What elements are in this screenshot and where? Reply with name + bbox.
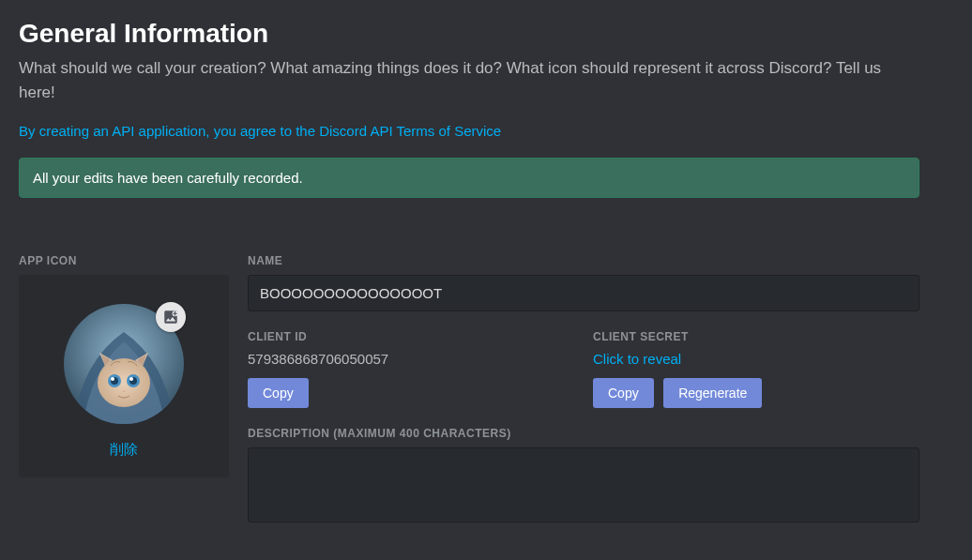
page-subtitle: What should we call your creation? What …	[19, 56, 882, 104]
regenerate-secret-button[interactable]: Regenerate	[663, 378, 762, 408]
app-icon-column: APP ICON	[19, 254, 229, 526]
description-row: DESCRIPTION (MAXIMUM 400 CHARACTERS)	[248, 427, 919, 526]
app-icon-label: APP ICON	[19, 254, 229, 267]
delete-icon-link[interactable]: 削除	[110, 441, 138, 459]
description-label: DESCRIPTION (MAXIMUM 400 CHARACTERS)	[248, 427, 919, 440]
id-secret-row: CLIENT ID 579386868706050057 Copy CLIENT…	[248, 330, 919, 408]
svg-point-1	[98, 358, 150, 407]
client-secret-col: CLIENT SECRET Click to reveal Copy Regen…	[593, 330, 919, 408]
form-section: APP ICON	[19, 254, 953, 526]
upload-image-icon[interactable]	[156, 302, 186, 332]
right-column: NAME CLIENT ID 579386868706050057 Copy C…	[248, 254, 919, 526]
copy-client-id-button[interactable]: Copy	[248, 378, 309, 408]
client-id-value: 579386868706050057	[248, 351, 574, 367]
svg-point-7	[129, 377, 133, 381]
tos-link[interactable]: By creating an API application, you agre…	[19, 123, 501, 139]
description-textarea[interactable]	[248, 447, 919, 522]
page-title: General Information	[19, 19, 953, 49]
reveal-secret-link[interactable]: Click to reveal	[593, 351, 919, 367]
client-secret-label: CLIENT SECRET	[593, 330, 919, 343]
client-id-label: CLIENT ID	[248, 330, 574, 343]
name-input[interactable]	[248, 275, 919, 311]
avatar-wrapper[interactable]	[64, 304, 184, 424]
svg-point-6	[111, 377, 114, 381]
client-id-col: CLIENT ID 579386868706050057 Copy	[248, 330, 574, 408]
app-icon-box: 削除	[19, 275, 229, 477]
success-banner: All your edits have been carefully recor…	[19, 158, 919, 198]
copy-secret-button[interactable]: Copy	[593, 378, 654, 408]
name-label: NAME	[248, 254, 919, 267]
